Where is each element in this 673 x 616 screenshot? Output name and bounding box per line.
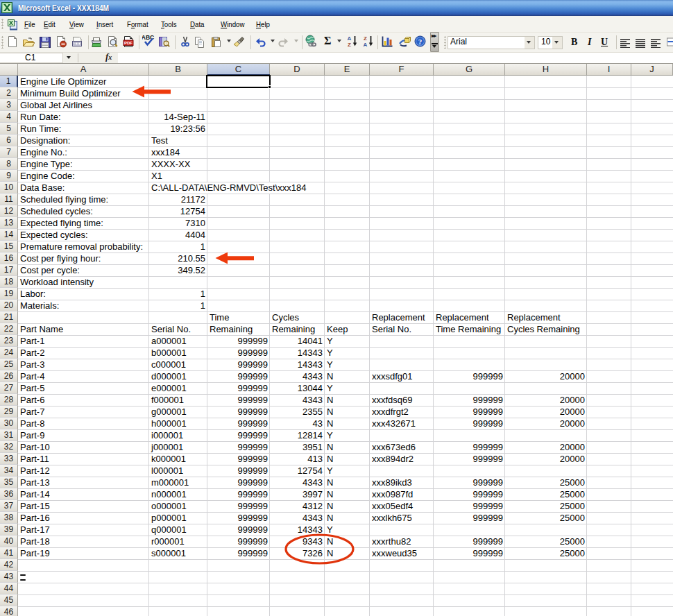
svg-text:?: ? xyxy=(418,37,423,46)
svg-text:Z: Z xyxy=(348,42,351,48)
svg-text:A: A xyxy=(364,42,368,48)
svg-text:PDF: PDF xyxy=(124,41,133,45)
